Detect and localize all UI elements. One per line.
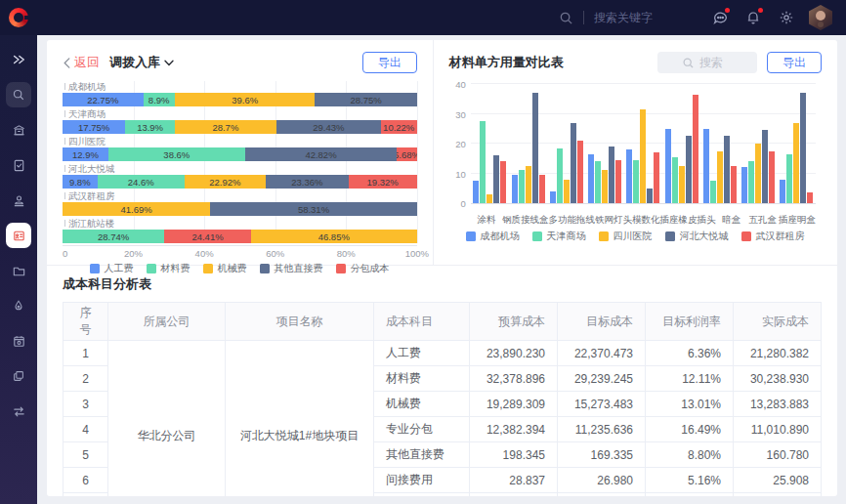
bar-成都机场 <box>741 167 747 203</box>
x-category-label: 橡皮插头 <box>679 208 716 228</box>
legend-swatch <box>147 264 156 273</box>
y-tick-label: 10 <box>455 168 466 179</box>
sidebar-item-user-stamp[interactable] <box>6 188 31 213</box>
bar-segment: 8.9% <box>144 93 175 106</box>
grouped-bar-legend: 成都机场天津商场四川医院河北大悦城武汉群租房 <box>449 230 822 243</box>
sidebar-expand-icon[interactable] <box>6 47 31 72</box>
bar-group-模数化插座 <box>624 85 662 203</box>
back-chevron-icon <box>63 58 71 68</box>
sidebar-item-calendar-gear[interactable] <box>6 328 31 354</box>
chevron-down-icon <box>164 60 174 66</box>
legend-item-成都机场[interactable]: 成都机场 <box>466 230 519 243</box>
bar-武汉群租房 <box>654 152 659 203</box>
legend-item-机械费[interactable]: 机械费 <box>203 262 246 275</box>
right-export-button[interactable]: 导出 <box>767 52 822 73</box>
sidebar-item-drop[interactable] <box>6 293 31 318</box>
bar-segment: 24.6% <box>98 175 185 189</box>
legend-item-四川医院[interactable]: 四川医院 <box>599 230 652 243</box>
bar-row-四川医院: 四川医院12.9%38.6%42.82%5.68% <box>63 136 417 161</box>
sidebar-item-folder[interactable] <box>6 258 31 283</box>
chart-search-box[interactable] <box>657 52 757 73</box>
cell-target: 11,235.636 <box>558 417 646 442</box>
left-panel-title-dropdown[interactable]: 调拨入库 <box>109 54 174 71</box>
bar-四川医院 <box>486 194 492 203</box>
x-tick-label: 100% <box>405 248 429 259</box>
user-avatar[interactable] <box>809 5 832 30</box>
cell-project: 河北大悦城1#地块项目 <box>226 341 374 497</box>
bar-河北大悦城 <box>532 93 538 203</box>
legend-item-材料费[interactable]: 材料费 <box>147 262 190 275</box>
bar-segment: 22.92% <box>185 175 266 189</box>
cell-margin: 5.16% <box>646 468 734 493</box>
bar-segment: 39.6% <box>175 93 316 106</box>
sidebar-item-building[interactable] <box>6 117 31 143</box>
cell-target: 15,273.483 <box>558 392 646 417</box>
cell-subject: 间接费用 <box>374 468 470 493</box>
x-category-label: 模数化插座 <box>632 208 679 228</box>
cell-subject: 其他直接费 <box>374 442 470 468</box>
legend-item-天津商场[interactable]: 天津商场 <box>532 230 585 243</box>
cell-target: 26.980 <box>558 468 646 493</box>
bar-segment: 5.68% <box>397 147 417 161</box>
bar-segment: 22.75% <box>63 93 144 106</box>
bar-河北大悦城 <box>609 147 614 203</box>
sidebar-item-transfer[interactable] <box>6 399 31 424</box>
bar-武汉群租房 <box>577 141 583 203</box>
bar-河北大悦城 <box>686 136 692 203</box>
bar-group-橡皮插头 <box>662 85 700 203</box>
bar-河北大悦城 <box>762 130 768 203</box>
cell-target: 169.335 <box>558 442 646 468</box>
notifications-badge <box>758 8 763 13</box>
notifications-bell-icon[interactable] <box>739 3 768 32</box>
left-export-button[interactable]: 导出 <box>362 52 417 73</box>
legend-item-河北大悦城[interactable]: 河北大悦城 <box>665 230 728 243</box>
right-panel-title: 材料单方用量对比表 <box>449 54 564 71</box>
bar-天津商场 <box>519 170 525 203</box>
messages-icon[interactable] <box>705 3 735 32</box>
bar-河北大悦城 <box>647 189 653 203</box>
cell-margin: 22.81% <box>646 493 734 497</box>
cell-margin: 16.49% <box>646 417 734 442</box>
cell-budget: 28.837 <box>470 468 558 493</box>
x-tick-label: 0 <box>63 248 67 259</box>
bar-河北大悦城 <box>493 155 499 203</box>
settings-gear-icon[interactable] <box>772 3 801 32</box>
legend-swatch <box>90 264 100 273</box>
column-header-预算成本: 预算成本 <box>470 303 558 341</box>
x-category-label: 钢质接线盒 <box>502 208 549 228</box>
cell-index: 1 <box>63 341 108 366</box>
bar-segment: 12.9% <box>63 147 108 161</box>
sidebar-item-search[interactable] <box>6 82 31 107</box>
back-link[interactable]: 返回 <box>63 54 100 71</box>
x-category-label: 涂料 <box>471 208 502 228</box>
bar-segment: 28.7% <box>175 120 276 134</box>
x-category-label: 铁网灯头 <box>595 208 632 228</box>
legend-item-人工费[interactable]: 人工费 <box>90 262 133 275</box>
bar-group-涂料 <box>471 85 509 203</box>
bar-四川医院 <box>602 170 608 203</box>
legend-item-武汉群租房[interactable]: 武汉群租房 <box>741 230 804 243</box>
global-search-input[interactable] <box>594 11 701 24</box>
cell-index: 6 <box>63 468 108 493</box>
sidebar-item-copy[interactable] <box>6 363 31 389</box>
bar-group-铁网灯头 <box>586 85 624 203</box>
bar-武汉群租房 <box>769 151 775 203</box>
bar-row-label: 浙江航站楼 <box>63 218 417 229</box>
bar-group-多功能拖线 <box>547 85 585 203</box>
gridline <box>417 81 418 243</box>
search-icon[interactable] <box>556 3 575 32</box>
main-content: 返回 调拨入库 导出 成都机场22.75%8.9%39.6%28.75%天津商场… <box>37 35 846 504</box>
chart-search-input[interactable] <box>699 56 733 69</box>
header-divider <box>583 11 584 24</box>
legend-item-其他直接费[interactable]: 其他直接费 <box>260 262 322 275</box>
bar-row-label: 四川医院 <box>63 136 417 147</box>
y-tick-label: 20 <box>455 139 466 149</box>
app-logo[interactable] <box>0 0 37 35</box>
legend-item-分包成本[interactable]: 分包成本 <box>336 262 389 275</box>
sidebar-item-document-check[interactable] <box>6 152 31 178</box>
bar-row-label: 河北大悦城 <box>63 163 417 174</box>
bar-row-浙江航站楼: 浙江航站楼28.74%24.41%46.85% <box>63 218 417 243</box>
sidebar-item-material-archive[interactable] <box>6 223 31 248</box>
cell-budget: 23,890.230 <box>470 341 558 366</box>
bar-武汉群租房 <box>807 192 813 203</box>
